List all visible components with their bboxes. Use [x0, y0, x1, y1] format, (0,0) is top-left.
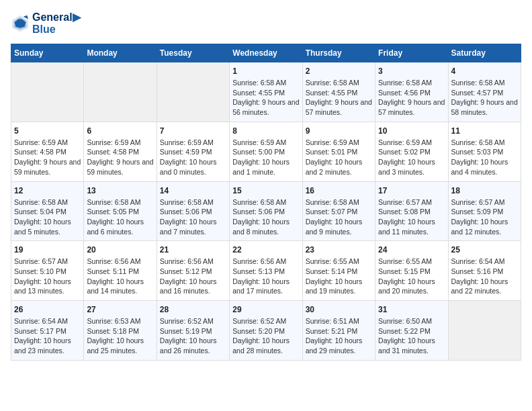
day-detail: Sunrise: 6:52 AMSunset: 5:19 PMDaylight:… [160, 316, 226, 356]
day-detail: Sunrise: 6:58 AMSunset: 5:07 PMDaylight:… [306, 197, 372, 237]
day-number: 12 [14, 186, 81, 195]
calendar-cell [157, 62, 229, 122]
calendar-cell: 26Sunrise: 6:54 AMSunset: 5:17 PMDayligh… [11, 301, 84, 361]
calendar-week-row: 12Sunrise: 6:58 AMSunset: 5:04 PMDayligh… [11, 181, 521, 241]
day-number: 16 [306, 186, 372, 195]
calendar-week-row: 19Sunrise: 6:57 AMSunset: 5:10 PMDayligh… [11, 241, 521, 301]
day-detail: Sunrise: 6:54 AMSunset: 5:16 PMDaylight:… [451, 257, 518, 296]
day-number: 26 [14, 305, 81, 314]
calendar-cell: 9Sunrise: 6:59 AMSunset: 5:01 PMDaylight… [302, 122, 375, 181]
calendar-cell: 27Sunrise: 6:53 AMSunset: 5:18 PMDayligh… [84, 301, 157, 361]
calendar-cell: 25Sunrise: 6:54 AMSunset: 5:16 PMDayligh… [448, 241, 521, 301]
calendar-cell: 17Sunrise: 6:57 AMSunset: 5:08 PMDayligh… [375, 181, 448, 241]
day-detail: Sunrise: 6:58 AMSunset: 4:55 PMDaylight:… [306, 78, 372, 118]
weekday-header-thursday: Thursday [302, 44, 375, 62]
day-detail: Sunrise: 6:56 AMSunset: 5:12 PMDaylight:… [160, 257, 226, 296]
calendar-cell: 16Sunrise: 6:58 AMSunset: 5:07 PMDayligh… [302, 181, 375, 241]
calendar-week-row: 26Sunrise: 6:54 AMSunset: 5:17 PMDayligh… [11, 301, 521, 361]
calendar-cell: 7Sunrise: 6:59 AMSunset: 4:59 PMDaylight… [157, 122, 229, 181]
day-detail: Sunrise: 6:57 AMSunset: 5:08 PMDaylight:… [378, 197, 445, 237]
calendar-cell: 22Sunrise: 6:56 AMSunset: 5:13 PMDayligh… [230, 241, 302, 301]
calendar-cell: 11Sunrise: 6:58 AMSunset: 5:03 PMDayligh… [448, 122, 521, 181]
weekday-header-row: SundayMondayTuesdayWednesdayThursdayFrid… [11, 44, 521, 62]
calendar-cell: 6Sunrise: 6:59 AMSunset: 4:58 PMDaylight… [84, 122, 157, 181]
day-detail: Sunrise: 6:59 AMSunset: 4:58 PMDaylight:… [14, 138, 81, 177]
day-number: 17 [378, 186, 445, 195]
calendar-cell: 14Sunrise: 6:58 AMSunset: 5:06 PMDayligh… [157, 181, 229, 241]
day-detail: Sunrise: 6:58 AMSunset: 5:04 PMDaylight:… [14, 197, 81, 237]
calendar-cell [11, 62, 84, 122]
calendar-cell: 1Sunrise: 6:58 AMSunset: 4:55 PMDaylight… [230, 62, 302, 122]
day-number: 20 [87, 245, 153, 255]
weekday-header-saturday: Saturday [448, 44, 521, 62]
calendar-cell: 8Sunrise: 6:59 AMSunset: 5:00 PMDaylight… [230, 122, 302, 181]
calendar-cell: 28Sunrise: 6:52 AMSunset: 5:19 PMDayligh… [157, 301, 229, 361]
day-number: 19 [14, 245, 81, 255]
day-detail: Sunrise: 6:55 AMSunset: 5:15 PMDaylight:… [378, 257, 445, 296]
day-detail: Sunrise: 6:59 AMSunset: 4:58 PMDaylight:… [87, 138, 153, 177]
day-number: 4 [451, 66, 518, 76]
day-detail: Sunrise: 6:57 AMSunset: 5:09 PMDaylight:… [451, 197, 518, 237]
logo-text: General▶ Blue [32, 11, 81, 36]
day-detail: Sunrise: 6:57 AMSunset: 5:10 PMDaylight:… [14, 257, 81, 296]
calendar-cell: 2Sunrise: 6:58 AMSunset: 4:55 PMDaylight… [302, 62, 375, 122]
day-number: 9 [306, 126, 372, 136]
calendar-cell: 23Sunrise: 6:55 AMSunset: 5:14 PMDayligh… [302, 241, 375, 301]
day-number: 29 [232, 305, 299, 314]
day-detail: Sunrise: 6:54 AMSunset: 5:17 PMDaylight:… [14, 316, 81, 356]
day-number: 3 [378, 66, 445, 76]
day-detail: Sunrise: 6:59 AMSunset: 5:00 PMDaylight:… [232, 138, 299, 177]
calendar-week-row: 1Sunrise: 6:58 AMSunset: 4:55 PMDaylight… [11, 62, 521, 122]
day-detail: Sunrise: 6:59 AMSunset: 5:01 PMDaylight:… [306, 138, 372, 177]
day-number: 25 [451, 245, 518, 255]
calendar-cell: 15Sunrise: 6:58 AMSunset: 5:06 PMDayligh… [230, 181, 302, 241]
calendar-cell: 19Sunrise: 6:57 AMSunset: 5:10 PMDayligh… [11, 241, 84, 301]
day-number: 8 [232, 126, 299, 136]
day-detail: Sunrise: 6:52 AMSunset: 5:20 PMDaylight:… [232, 316, 299, 356]
calendar-cell: 10Sunrise: 6:59 AMSunset: 5:02 PMDayligh… [375, 122, 448, 181]
day-number: 15 [232, 186, 299, 195]
day-number: 14 [160, 186, 226, 195]
calendar-cell: 3Sunrise: 6:58 AMSunset: 4:56 PMDaylight… [375, 62, 448, 122]
calendar-week-row: 5Sunrise: 6:59 AMSunset: 4:58 PMDaylight… [11, 122, 521, 181]
day-number: 22 [232, 245, 299, 255]
day-number: 24 [378, 245, 445, 255]
day-detail: Sunrise: 6:50 AMSunset: 5:22 PMDaylight:… [378, 316, 445, 356]
calendar-cell: 21Sunrise: 6:56 AMSunset: 5:12 PMDayligh… [157, 241, 229, 301]
weekday-header-tuesday: Tuesday [157, 44, 229, 62]
day-detail: Sunrise: 6:58 AMSunset: 4:57 PMDaylight:… [451, 78, 518, 118]
day-number: 23 [306, 245, 372, 255]
day-detail: Sunrise: 6:59 AMSunset: 5:02 PMDaylight:… [378, 138, 445, 177]
calendar-cell: 20Sunrise: 6:56 AMSunset: 5:11 PMDayligh… [84, 241, 157, 301]
day-number: 31 [378, 305, 445, 314]
calendar-cell: 30Sunrise: 6:51 AMSunset: 5:21 PMDayligh… [302, 301, 375, 361]
calendar-table: SundayMondayTuesdayWednesdayThursdayFrid… [11, 44, 521, 361]
weekday-header-sunday: Sunday [11, 44, 84, 62]
day-number: 7 [160, 126, 226, 136]
calendar-cell: 31Sunrise: 6:50 AMSunset: 5:22 PMDayligh… [375, 301, 448, 361]
page-header: General▶ Blue [11, 11, 521, 36]
day-number: 21 [160, 245, 226, 255]
calendar-cell: 18Sunrise: 6:57 AMSunset: 5:09 PMDayligh… [448, 181, 521, 241]
day-detail: Sunrise: 6:58 AMSunset: 5:05 PMDaylight:… [87, 197, 153, 237]
day-detail: Sunrise: 6:59 AMSunset: 4:59 PMDaylight:… [160, 138, 226, 177]
calendar-cell: 24Sunrise: 6:55 AMSunset: 5:15 PMDayligh… [375, 241, 448, 301]
calendar-cell: 12Sunrise: 6:58 AMSunset: 5:04 PMDayligh… [11, 181, 84, 241]
calendar-cell: 13Sunrise: 6:58 AMSunset: 5:05 PMDayligh… [84, 181, 157, 241]
logo: General▶ Blue [11, 11, 81, 36]
weekday-header-wednesday: Wednesday [230, 44, 302, 62]
calendar-cell: 5Sunrise: 6:59 AMSunset: 4:58 PMDaylight… [11, 122, 84, 181]
weekday-header-monday: Monday [84, 44, 157, 62]
day-number: 18 [451, 186, 518, 195]
day-number: 13 [87, 186, 153, 195]
day-number: 10 [378, 126, 445, 136]
day-number: 6 [87, 126, 153, 136]
day-detail: Sunrise: 6:58 AMSunset: 5:03 PMDaylight:… [451, 138, 518, 177]
day-number: 28 [160, 305, 226, 314]
calendar-cell: 4Sunrise: 6:58 AMSunset: 4:57 PMDaylight… [448, 62, 521, 122]
day-number: 30 [306, 305, 372, 314]
day-number: 1 [232, 66, 299, 76]
day-detail: Sunrise: 6:56 AMSunset: 5:11 PMDaylight:… [87, 257, 153, 296]
calendar-cell [84, 62, 157, 122]
weekday-header-friday: Friday [375, 44, 448, 62]
